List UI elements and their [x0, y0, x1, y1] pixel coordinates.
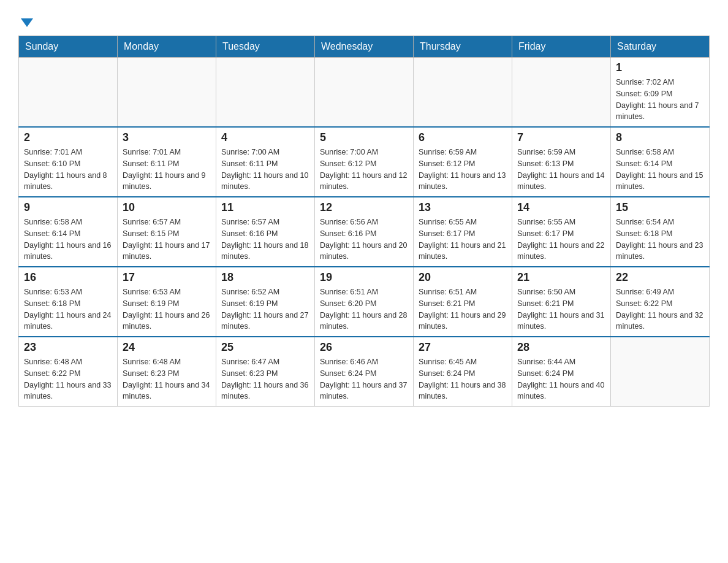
calendar-cell: 20Sunrise: 6:51 AMSunset: 6:21 PMDayligh… — [414, 267, 512, 337]
calendar-cell: 26Sunrise: 6:46 AMSunset: 6:24 PMDayligh… — [315, 337, 414, 407]
day-info: Sunrise: 6:55 AMSunset: 6:17 PMDaylight:… — [517, 216, 605, 262]
day-number: 3 — [123, 131, 211, 144]
calendar-cell: 5Sunrise: 7:00 AMSunset: 6:12 PMDaylight… — [315, 127, 414, 197]
day-header-wednesday: Wednesday — [315, 36, 414, 58]
calendar-cell — [19, 58, 118, 128]
calendar-header: SundayMondayTuesdayWednesdayThursdayFrid… — [19, 36, 710, 58]
day-number: 13 — [419, 201, 507, 214]
day-number: 14 — [517, 201, 605, 214]
calendar-cell: 22Sunrise: 6:49 AMSunset: 6:22 PMDayligh… — [611, 267, 710, 337]
calendar-cell — [118, 58, 216, 128]
calendar-body: 1Sunrise: 7:02 AMSunset: 6:09 PMDaylight… — [19, 58, 710, 407]
day-info: Sunrise: 6:57 AMSunset: 6:15 PMDaylight:… — [123, 216, 211, 262]
day-header-sunday: Sunday — [19, 36, 118, 58]
calendar-cell: 10Sunrise: 6:57 AMSunset: 6:15 PMDayligh… — [118, 197, 216, 267]
day-info: Sunrise: 6:49 AMSunset: 6:22 PMDaylight:… — [616, 286, 704, 332]
calendar-cell: 11Sunrise: 6:57 AMSunset: 6:16 PMDayligh… — [216, 197, 315, 267]
calendar-cell: 25Sunrise: 6:47 AMSunset: 6:23 PMDayligh… — [216, 337, 315, 407]
day-info: Sunrise: 6:44 AMSunset: 6:24 PMDaylight:… — [517, 356, 605, 402]
calendar-week-row: 23Sunrise: 6:48 AMSunset: 6:22 PMDayligh… — [19, 337, 710, 407]
page-header — [18, 12, 710, 29]
day-info: Sunrise: 6:52 AMSunset: 6:19 PMDaylight:… — [221, 286, 309, 332]
day-info: Sunrise: 6:51 AMSunset: 6:20 PMDaylight:… — [320, 286, 408, 332]
calendar-cell: 15Sunrise: 6:54 AMSunset: 6:18 PMDayligh… — [611, 197, 710, 267]
day-number: 21 — [517, 271, 605, 284]
day-number: 22 — [616, 271, 704, 284]
day-number: 26 — [320, 341, 408, 354]
day-number: 17 — [123, 271, 211, 284]
day-number: 10 — [123, 201, 211, 214]
day-info: Sunrise: 7:00 AMSunset: 6:12 PMDaylight:… — [320, 147, 408, 193]
calendar-cell: 3Sunrise: 7:01 AMSunset: 6:11 PMDaylight… — [118, 127, 216, 197]
day-info: Sunrise: 7:01 AMSunset: 6:11 PMDaylight:… — [123, 147, 211, 193]
calendar-cell — [611, 337, 710, 407]
logo — [18, 12, 33, 29]
day-number: 6 — [419, 131, 507, 144]
day-info: Sunrise: 7:00 AMSunset: 6:11 PMDaylight:… — [221, 147, 309, 193]
day-info: Sunrise: 6:58 AMSunset: 6:14 PMDaylight:… — [616, 147, 704, 193]
day-number: 18 — [221, 271, 309, 284]
calendar-cell — [216, 58, 315, 128]
calendar-cell: 18Sunrise: 6:52 AMSunset: 6:19 PMDayligh… — [216, 267, 315, 337]
day-number: 20 — [419, 271, 507, 284]
day-number: 15 — [616, 201, 704, 214]
day-info: Sunrise: 6:59 AMSunset: 6:13 PMDaylight:… — [517, 147, 605, 193]
day-number: 9 — [24, 201, 112, 214]
day-number: 24 — [123, 341, 211, 354]
logo-triangle-icon — [21, 18, 33, 27]
day-info: Sunrise: 6:54 AMSunset: 6:18 PMDaylight:… — [616, 216, 704, 262]
calendar-cell: 2Sunrise: 7:01 AMSunset: 6:10 PMDaylight… — [19, 127, 118, 197]
calendar-cell: 8Sunrise: 6:58 AMSunset: 6:14 PMDaylight… — [611, 127, 710, 197]
calendar-cell: 28Sunrise: 6:44 AMSunset: 6:24 PMDayligh… — [512, 337, 611, 407]
day-header-monday: Monday — [118, 36, 216, 58]
day-info: Sunrise: 6:45 AMSunset: 6:24 PMDaylight:… — [419, 356, 507, 402]
day-number: 1 — [616, 61, 704, 74]
calendar-week-row: 9Sunrise: 6:58 AMSunset: 6:14 PMDaylight… — [19, 197, 710, 267]
day-number: 16 — [24, 271, 112, 284]
calendar-cell: 24Sunrise: 6:48 AMSunset: 6:23 PMDayligh… — [118, 337, 216, 407]
day-header-thursday: Thursday — [414, 36, 512, 58]
day-info: Sunrise: 6:46 AMSunset: 6:24 PMDaylight:… — [320, 356, 408, 402]
day-number: 12 — [320, 201, 408, 214]
calendar-cell: 14Sunrise: 6:55 AMSunset: 6:17 PMDayligh… — [512, 197, 611, 267]
calendar-cell — [315, 58, 414, 128]
day-number: 8 — [616, 131, 704, 144]
calendar-cell: 7Sunrise: 6:59 AMSunset: 6:13 PMDaylight… — [512, 127, 611, 197]
calendar-week-row: 2Sunrise: 7:01 AMSunset: 6:10 PMDaylight… — [19, 127, 710, 197]
day-header-friday: Friday — [512, 36, 611, 58]
calendar-cell: 13Sunrise: 6:55 AMSunset: 6:17 PMDayligh… — [414, 197, 512, 267]
calendar-cell — [414, 58, 512, 128]
day-header-saturday: Saturday — [611, 36, 710, 58]
day-number: 23 — [24, 341, 112, 354]
day-info: Sunrise: 6:48 AMSunset: 6:22 PMDaylight:… — [24, 356, 112, 402]
day-info: Sunrise: 6:56 AMSunset: 6:16 PMDaylight:… — [320, 216, 408, 262]
day-number: 19 — [320, 271, 408, 284]
day-number: 2 — [24, 131, 112, 144]
day-info: Sunrise: 6:57 AMSunset: 6:16 PMDaylight:… — [221, 216, 309, 262]
day-number: 4 — [221, 131, 309, 144]
day-number: 7 — [517, 131, 605, 144]
day-info: Sunrise: 6:58 AMSunset: 6:14 PMDaylight:… — [24, 216, 112, 262]
day-info: Sunrise: 7:02 AMSunset: 6:09 PMDaylight:… — [616, 77, 704, 123]
day-info: Sunrise: 6:55 AMSunset: 6:17 PMDaylight:… — [419, 216, 507, 262]
calendar-week-row: 16Sunrise: 6:53 AMSunset: 6:18 PMDayligh… — [19, 267, 710, 337]
day-header-tuesday: Tuesday — [216, 36, 315, 58]
day-number: 27 — [419, 341, 507, 354]
calendar-cell: 1Sunrise: 7:02 AMSunset: 6:09 PMDaylight… — [611, 58, 710, 128]
calendar-cell: 4Sunrise: 7:00 AMSunset: 6:11 PMDaylight… — [216, 127, 315, 197]
calendar-cell: 6Sunrise: 6:59 AMSunset: 6:12 PMDaylight… — [414, 127, 512, 197]
day-number: 25 — [221, 341, 309, 354]
calendar-cell: 19Sunrise: 6:51 AMSunset: 6:20 PMDayligh… — [315, 267, 414, 337]
calendar-cell: 12Sunrise: 6:56 AMSunset: 6:16 PMDayligh… — [315, 197, 414, 267]
day-info: Sunrise: 6:48 AMSunset: 6:23 PMDaylight:… — [123, 356, 211, 402]
day-number: 5 — [320, 131, 408, 144]
day-number: 28 — [517, 341, 605, 354]
day-info: Sunrise: 6:51 AMSunset: 6:21 PMDaylight:… — [419, 286, 507, 332]
day-info: Sunrise: 7:01 AMSunset: 6:10 PMDaylight:… — [24, 147, 112, 193]
logo-top — [18, 12, 33, 29]
day-info: Sunrise: 6:50 AMSunset: 6:21 PMDaylight:… — [517, 286, 605, 332]
day-number: 11 — [221, 201, 309, 214]
calendar-cell: 21Sunrise: 6:50 AMSunset: 6:21 PMDayligh… — [512, 267, 611, 337]
calendar-cell: 9Sunrise: 6:58 AMSunset: 6:14 PMDaylight… — [19, 197, 118, 267]
day-info: Sunrise: 6:53 AMSunset: 6:19 PMDaylight:… — [123, 286, 211, 332]
